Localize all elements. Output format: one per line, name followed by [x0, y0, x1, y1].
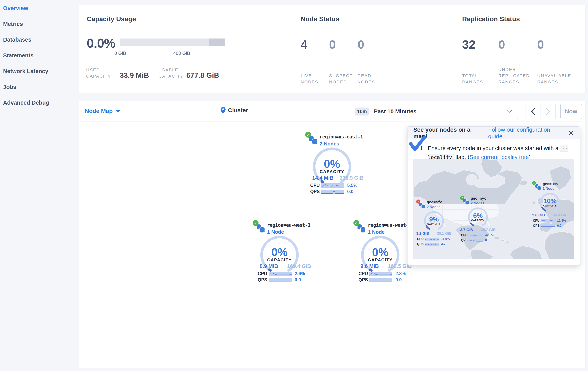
sidebar-item-metrics[interactable]: Metrics — [0, 18, 79, 34]
node-status-title: Node Status — [301, 15, 339, 23]
used-value: 3.7 GiB — [460, 228, 473, 232]
capacity-usage-title: Capacity Usage — [87, 15, 136, 23]
total-value: 169.4 GiB — [287, 263, 311, 269]
used-value: 3.2 GiB — [416, 231, 429, 236]
database-icon — [256, 224, 265, 233]
gauge-percent: 0% — [360, 246, 400, 259]
qps-value: 0.0 — [347, 189, 353, 194]
cluster-summary-card: Capacity Usage 0.0% 0 GiB 400 GiB USED C… — [79, 5, 586, 93]
time-range-dropdown[interactable]: 10m Past 10 Minutes — [352, 104, 518, 119]
locality-nodes-label: 1 Node — [543, 187, 554, 191]
locality-title: geo=sfo — [427, 200, 442, 204]
used-capacity-label: USED CAPACITY — [86, 67, 120, 79]
gauge-capacity-label: CAPACITY — [539, 204, 561, 207]
toolbar-divider — [344, 101, 344, 122]
sidebar-item-network-latency[interactable]: Network Latency — [0, 65, 79, 81]
time-next-button[interactable] — [541, 104, 556, 119]
locality-title: geo=nyc — [471, 196, 486, 200]
used-capacity-value: 33.9 MiB — [120, 72, 158, 79]
close-button[interactable] — [568, 130, 574, 136]
used-value: 3.6 GiB — [532, 213, 545, 217]
cpu-label: CPU — [358, 271, 369, 276]
qps-label: QPS — [533, 224, 541, 227]
total-ranges-stat: 32 TOTAL RANGES — [462, 39, 498, 85]
qps-sparkline — [269, 278, 292, 282]
capacity-key-values: USED CAPACITY 33.9 MiB USABLE CAPACITY 6… — [86, 67, 219, 79]
locality-nodes-link[interactable]: 1 Node — [267, 229, 284, 235]
chevron-down-icon — [507, 110, 512, 113]
cpu-value: 42.5% — [485, 234, 494, 237]
database-icon — [309, 136, 318, 145]
breadcrumb[interactable]: Cluster — [220, 107, 248, 113]
qps-label: QPS — [417, 242, 425, 246]
time-range-badge: 10m — [355, 108, 369, 115]
gauge-capacity-label: CAPACITY — [260, 258, 299, 262]
under-replicated-ranges-stat: 0 UNDER-REPLICATED RANGES — [498, 39, 537, 85]
used-value: 14.4 MiB — [312, 175, 334, 181]
qps-sparkline — [425, 243, 439, 246]
location-pin-icon — [220, 107, 226, 113]
healthy-check-icon: ✓ — [353, 220, 359, 226]
time-prev-button[interactable] — [526, 104, 541, 119]
qps-label: QPS — [258, 277, 269, 283]
qps-value: 0.0 — [485, 238, 489, 242]
cpu-value: 2.8% — [395, 271, 406, 276]
cpu-value: 12.3% — [557, 219, 566, 222]
capacity-bar-nonusable-segment — [209, 39, 225, 46]
time-range-label: Past 10 Minutes — [374, 108, 416, 115]
cpu-value: 11.0% — [441, 237, 450, 241]
qps-value: 0.0 — [557, 224, 561, 227]
sidebar-item-databases[interactable]: Databases — [0, 34, 79, 50]
cpu-value: 2.6% — [295, 271, 305, 276]
configuration-guide-link[interactable]: Follow our configuration guide — [488, 126, 562, 140]
total-value: 34.4 GiB — [553, 213, 567, 217]
qps-sparkline — [469, 239, 483, 242]
chevron-down-icon — [116, 110, 120, 113]
locality-nodes-label: 2 Nodes — [471, 201, 484, 205]
qps-label: QPS — [358, 277, 369, 283]
gauge-capacity-label: CAPACITY — [360, 258, 400, 262]
cpu-label: CPU — [258, 271, 269, 276]
popup-header: See your nodes on a map! Follow our conf… — [408, 127, 580, 139]
cpu-value: 5.5% — [347, 183, 357, 188]
database-icon — [357, 224, 366, 233]
qps-sparkline — [541, 224, 555, 227]
cpu-sparkline — [269, 272, 292, 276]
sidebar-item-overview[interactable]: Overview — [0, 2, 79, 18]
sidebar: Overview Metrics Databases Statements Ne… — [0, 0, 79, 371]
gauge-percent: 6% — [467, 212, 489, 219]
qps-value: 4.7 — [441, 242, 445, 246]
sidebar-item-advanced-debug[interactable]: Advanced Debug — [0, 97, 79, 113]
gauge-percent: 0% — [312, 157, 352, 170]
gauge-capacity-label: CAPACITY — [312, 169, 352, 174]
cpu-label: CPU — [310, 183, 321, 188]
locality-nodes-link[interactable]: 2 Nodes — [320, 141, 339, 147]
cpu-label: CPU — [533, 219, 541, 222]
breadcrumb-cluster-label: Cluster — [228, 107, 248, 113]
total-value: 338.9 GiB — [340, 175, 364, 181]
big-check-icon — [408, 134, 428, 154]
sidebar-item-statements[interactable]: Statements — [0, 50, 79, 65]
gauge-percent: 10% — [539, 197, 561, 205]
view-mode-dropdown[interactable]: Node Map — [85, 108, 120, 114]
sidebar-item-jobs[interactable]: Jobs — [0, 81, 79, 97]
database-icon — [535, 184, 541, 191]
cpu-sparkline — [469, 234, 483, 237]
locality-nodes-link[interactable]: 1 Node — [368, 229, 385, 235]
capacity-used-percent: 0.0% — [87, 36, 115, 51]
now-button[interactable]: Now — [560, 104, 582, 119]
healthy-check-icon: ✓ — [253, 220, 259, 226]
database-icon — [419, 202, 425, 209]
cpu-sparkline — [541, 219, 555, 222]
healthy-check-icon: ✓ — [305, 132, 311, 138]
node-map-toolbar: Node Map Cluster 10m Past 10 Minutes Now — [79, 101, 585, 122]
live-nodes-stat: 4 LIVE NODES — [301, 39, 329, 85]
capacity-tick-0: 0 GiB — [114, 51, 126, 56]
qps-value: 0.0 — [395, 277, 402, 283]
close-icon — [568, 130, 574, 136]
cpu-label: CPU — [461, 234, 469, 237]
qps-sparkline — [321, 190, 344, 194]
total-value: 65.7 GiB — [481, 228, 496, 232]
gauge-capacity-label: CAPACITY — [423, 223, 445, 225]
node-map-card: Node Map Cluster 10m Past 10 Minutes Now… — [79, 101, 586, 368]
